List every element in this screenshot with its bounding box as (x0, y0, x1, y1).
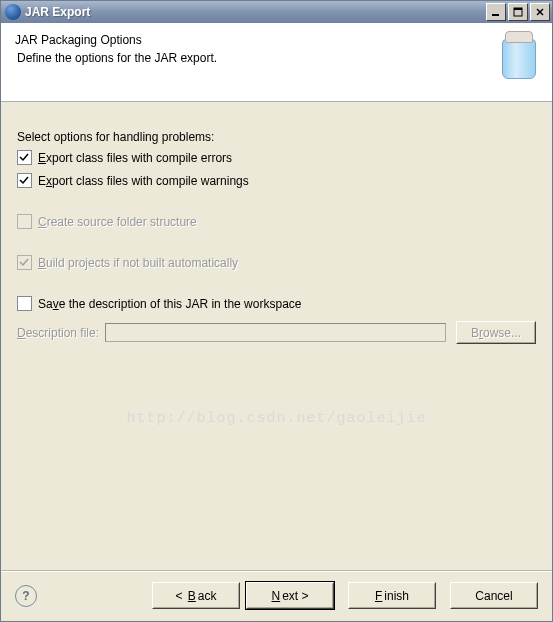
label-create-source: Create source folder structure (38, 215, 197, 229)
minimize-icon (491, 7, 501, 17)
close-icon (535, 7, 545, 17)
page-subtitle: Define the options for the JAR export. (15, 51, 498, 65)
cancel-button[interactable]: Cancel (451, 583, 537, 608)
dialog-window: JAR Export JAR Packaging Options Define … (0, 0, 553, 622)
option-export-errors[interactable]: Export class files with compile errors (17, 150, 536, 165)
checkbox-save-description[interactable] (17, 296, 32, 311)
checkbox-export-warnings[interactable] (17, 173, 32, 188)
titlebar: JAR Export (1, 1, 552, 23)
description-file-label: Description file: (17, 326, 99, 340)
description-file-row: Description file: Browse... (17, 321, 536, 344)
checkbox-build-projects (17, 255, 32, 270)
app-icon (5, 4, 21, 20)
back-button[interactable]: < Back (153, 583, 239, 608)
maximize-icon (513, 7, 523, 17)
check-icon (19, 175, 30, 186)
close-button[interactable] (530, 3, 550, 21)
watermark-text: http://blog.csdn.net/gaoleijie (1, 410, 552, 427)
header-text: JAR Packaging Options Define the options… (15, 33, 498, 65)
finish-button[interactable]: Finish (349, 583, 435, 608)
footer: ? < Back Next > Finish Cancel (1, 572, 552, 621)
label-build-projects: Build projects if not built automaticall… (38, 256, 238, 270)
maximize-button[interactable] (508, 3, 528, 21)
header-banner: JAR Packaging Options Define the options… (1, 23, 552, 102)
help-button[interactable]: ? (15, 585, 37, 607)
minimize-button[interactable] (486, 3, 506, 21)
option-save-description[interactable]: Save the description of this JAR in the … (17, 296, 536, 311)
option-export-warnings[interactable]: Export class files with compile warnings (17, 173, 536, 188)
checkbox-export-errors[interactable] (17, 150, 32, 165)
checkbox-create-source (17, 214, 32, 229)
problems-section-label: Select options for handling problems: (17, 130, 536, 144)
page-title: JAR Packaging Options (15, 33, 498, 47)
window-title: JAR Export (25, 5, 484, 19)
description-file-input (105, 323, 446, 342)
browse-button: Browse... (457, 322, 535, 343)
check-icon (19, 257, 30, 268)
label-export-warnings: Export class files with compile warnings (38, 174, 249, 188)
check-icon (19, 152, 30, 163)
label-save-description: Save the description of this JAR in the … (38, 297, 301, 311)
option-build-projects: Build projects if not built automaticall… (17, 255, 536, 270)
jar-icon (498, 37, 538, 81)
option-create-source: Create source folder structure (17, 214, 536, 229)
label-export-errors: Export class files with compile errors (38, 151, 232, 165)
content-area: Select options for handling problems: Ex… (1, 102, 552, 570)
next-button[interactable]: Next > (247, 583, 333, 608)
